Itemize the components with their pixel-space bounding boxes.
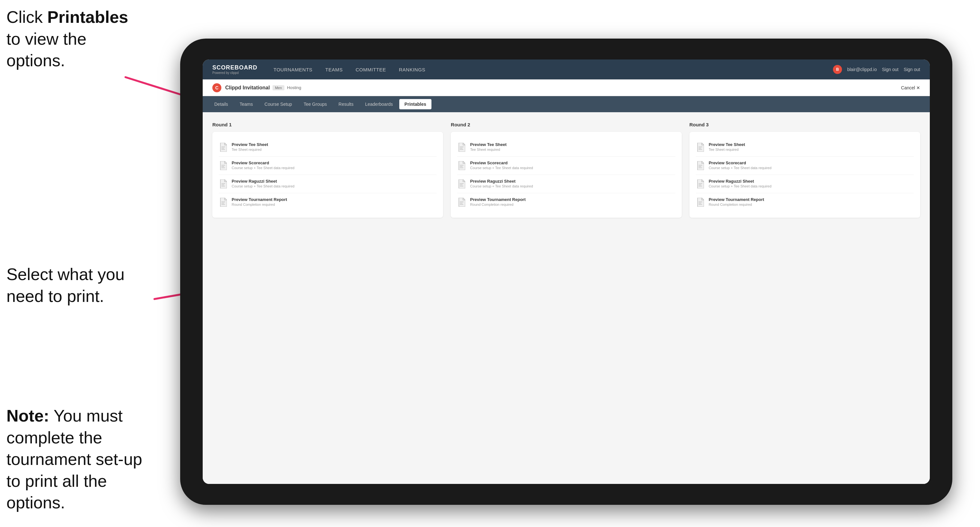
svg-rect-31 (698, 165, 702, 166)
cancel-button[interactable]: Cancel ✕ (901, 85, 920, 90)
svg-rect-36 (698, 186, 702, 186)
round3-tee-sheet-title: Preview Tee Sheet (709, 142, 745, 147)
round2-raguzzi-subtitle: Course setup + Tee Sheet data required (470, 184, 533, 188)
top-navigation: SCOREBOARD Powered by clippd TOURNAMENTS… (203, 59, 930, 79)
round1-report-subtitle: Round Completion required (232, 203, 287, 206)
powered-by-label: Powered by clippd (212, 71, 258, 75)
round2-scorecard[interactable]: Preview Scorecard Course setup + Tee She… (457, 157, 675, 175)
round2-report-subtitle: Round Completion required (470, 203, 525, 206)
tournament-logo: C (212, 83, 221, 92)
nav-rankings[interactable]: RANKINGS (399, 66, 425, 74)
round2-raguzzi-title: Preview Raguzzi Sheet (470, 179, 533, 184)
round3-scorecard[interactable]: Preview Scorecard Course setup + Tee She… (696, 157, 914, 175)
svg-rect-25 (460, 202, 464, 202)
tab-leaderboards[interactable]: Leaderboards (360, 99, 398, 110)
tee-sheet-icon (219, 142, 228, 152)
round2-tee-sheet-icon (457, 142, 466, 152)
annotation-top-bold: Printables (47, 8, 128, 26)
tournament-badge: Men (272, 85, 285, 90)
round2-tee-sheet-title: Preview Tee Sheet (470, 142, 506, 147)
round1-tournament-report[interactable]: Preview Tournament Report Round Completi… (219, 193, 437, 211)
round2-tee-sheet-subtitle: Tee Sheet required (470, 148, 506, 151)
raguzzi-icon (219, 179, 228, 189)
svg-rect-26 (460, 203, 463, 203)
round3-scorecard-subtitle: Course setup + Tee Sheet data required (709, 166, 772, 170)
svg-rect-21 (460, 168, 463, 168)
sign-out-link[interactable]: Sign out (882, 67, 898, 72)
svg-rect-17 (460, 148, 463, 149)
svg-rect-38 (698, 203, 702, 203)
round3-scorecard-text: Preview Scorecard Course setup + Tee She… (709, 160, 772, 170)
svg-rect-11 (221, 184, 224, 185)
tablet-device: SCOREBOARD Powered by clippd TOURNAMENTS… (180, 38, 952, 505)
tab-course-setup[interactable]: Course Setup (259, 99, 297, 110)
rounds-grid: Round 1 (212, 122, 920, 217)
round1-scorecard[interactable]: Preview Scorecard Course setup + Tee She… (219, 157, 437, 175)
tab-results[interactable]: Results (333, 99, 359, 110)
round3-scorecard-icon (696, 160, 705, 171)
svg-rect-16 (460, 147, 464, 147)
round2-raguzzi[interactable]: Preview Raguzzi Sheet Course setup + Tee… (457, 175, 675, 193)
svg-rect-13 (221, 202, 225, 202)
annotation-middle: Select what you need to print. (6, 264, 148, 307)
svg-rect-15 (221, 204, 225, 205)
tournament-initial: C (215, 85, 218, 90)
round2-raguzzi-text: Preview Raguzzi Sheet Course setup + Tee… (470, 179, 533, 188)
annotation-middle-text: Select what you need to print. (6, 265, 124, 305)
round1-scorecard-title: Preview Scorecard (232, 160, 294, 165)
annotation-top-text1: Click (6, 8, 47, 26)
hosting-status: Hosting (287, 85, 301, 90)
round2-report-title: Preview Tournament Report (470, 197, 525, 202)
nav-committee[interactable]: COMMITTEE (355, 66, 386, 74)
main-content: Round 1 (203, 112, 930, 484)
round2-tee-sheet-text: Preview Tee Sheet Tee Sheet required (470, 142, 506, 151)
round2-tournament-report[interactable]: Preview Tournament Report Round Completi… (457, 193, 675, 211)
nav-right-area: B blair@clippd.io Sign out Sign out (833, 65, 920, 74)
round-3-section: Round 3 Preview Tee Sheet Tee Sheet requ… (689, 122, 920, 217)
nav-teams[interactable]: TEAMS (325, 66, 343, 74)
tab-teams[interactable]: Teams (235, 99, 258, 110)
scoreboard-logo: SCOREBOARD (212, 64, 258, 71)
round2-raguzzi-icon (457, 179, 466, 189)
user-initial: B (836, 67, 839, 72)
round1-raguzzi[interactable]: Preview Raguzzi Sheet Course setup + Tee… (219, 175, 437, 193)
tab-details[interactable]: Details (209, 99, 233, 110)
svg-rect-7 (221, 165, 225, 166)
tournament-name: Clippd Invitational (225, 85, 270, 90)
round1-report-text: Preview Tournament Report Round Completi… (232, 197, 287, 206)
round3-tournament-report[interactable]: Preview Tournament Report Round Completi… (696, 193, 914, 211)
round1-raguzzi-text: Preview Raguzzi Sheet Course setup + Tee… (232, 179, 294, 188)
round3-report-text: Preview Tournament Report Round Completi… (709, 197, 764, 206)
user-avatar: B (833, 65, 842, 74)
tab-tee-groups[interactable]: Tee Groups (299, 99, 332, 110)
round3-tee-sheet[interactable]: Preview Tee Sheet Tee Sheet required (696, 138, 914, 157)
svg-rect-37 (698, 202, 702, 202)
tab-printables[interactable]: Printables (399, 99, 431, 110)
tournament-bar: C Clippd Invitational Men Hosting Cancel… (203, 79, 930, 96)
round1-tee-sheet[interactable]: Preview Tee Sheet Tee Sheet required (219, 138, 437, 157)
round-2-title: Round 2 (451, 122, 681, 127)
svg-rect-5 (221, 148, 224, 149)
svg-rect-4 (221, 147, 225, 147)
round2-scorecard-text: Preview Scorecard Course setup + Tee She… (470, 160, 533, 170)
round-1-card: Preview Tee Sheet Tee Sheet required (212, 132, 443, 217)
round1-report-title: Preview Tournament Report (232, 197, 287, 202)
svg-rect-33 (698, 168, 702, 168)
svg-rect-35 (698, 184, 702, 185)
round-1-title: Round 1 (212, 122, 443, 127)
svg-rect-6 (221, 149, 225, 150)
annotation-bottom: Note: You must complete the tournament s… (6, 405, 154, 514)
sign-out-button[interactable]: Sign out (904, 67, 920, 72)
svg-rect-22 (460, 183, 464, 184)
nav-tournaments[interactable]: TOURNAMENTS (274, 66, 312, 74)
round3-report-title: Preview Tournament Report (709, 197, 764, 202)
round3-raguzzi[interactable]: Preview Raguzzi Sheet Course setup + Tee… (696, 175, 914, 193)
logo-area: SCOREBOARD Powered by clippd (212, 64, 258, 75)
tablet-screen: SCOREBOARD Powered by clippd TOURNAMENTS… (203, 59, 930, 484)
svg-rect-18 (460, 149, 463, 150)
svg-rect-10 (221, 183, 225, 184)
round2-tee-sheet[interactable]: Preview Tee Sheet Tee Sheet required (457, 138, 675, 157)
round2-scorecard-subtitle: Course setup + Tee Sheet data required (470, 166, 533, 170)
round3-scorecard-title: Preview Scorecard (709, 160, 772, 165)
user-email: blair@clippd.io (847, 67, 877, 72)
